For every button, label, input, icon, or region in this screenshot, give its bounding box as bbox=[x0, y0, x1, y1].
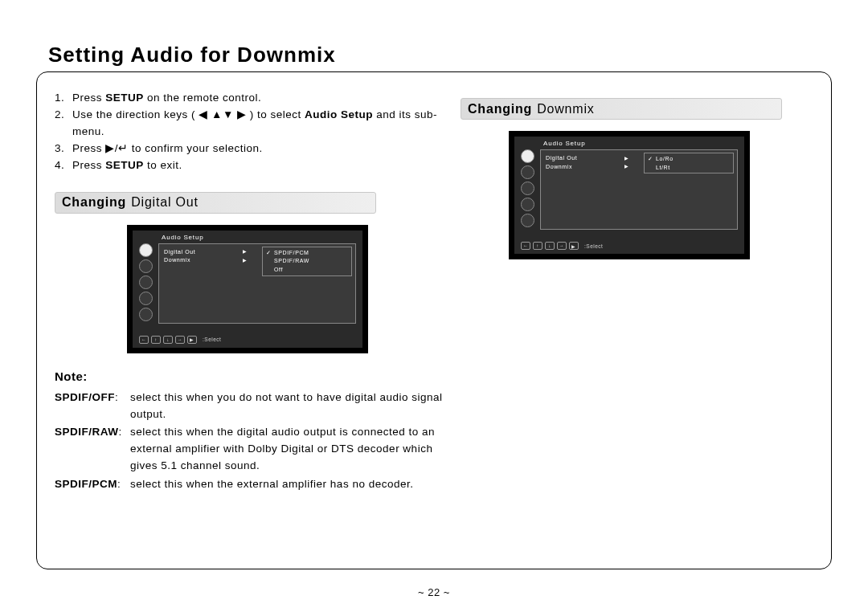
note-definition: select this when the external amplifier … bbox=[130, 476, 448, 493]
nav-arrow-icon: ↓ bbox=[545, 242, 555, 250]
step-text: Press ▶/↵ to confirm your selection. bbox=[72, 141, 448, 157]
step-number: 4. bbox=[55, 157, 72, 174]
osd-panel: Digital Out▶Downmix▶ ✓SPDIF/PCMSPDIF/RAW… bbox=[158, 243, 356, 324]
osd-option: ✓SPDIF/PCM bbox=[266, 249, 348, 258]
nav-arrow-icon: ↓ bbox=[163, 336, 173, 344]
osd-category-icon bbox=[521, 165, 534, 179]
osd-sidebar-icons bbox=[139, 243, 155, 324]
note-term: SPDIF/OFF bbox=[55, 390, 130, 423]
osd-menu-title: Audio Setup bbox=[543, 140, 585, 147]
nav-arrow-icon: → bbox=[175, 336, 185, 344]
osd-footer-label: :Select bbox=[203, 337, 221, 342]
osd-menu-title: Audio Setup bbox=[162, 234, 203, 241]
osd-screenshot-digital-out: Audio Setup Digital Out▶Downmix▶ ✓SPDIF/… bbox=[127, 225, 368, 353]
osd-footer: ←↑↓→▶:Select bbox=[521, 242, 603, 250]
note-body: SPDIF/OFFselect this when you do not wan… bbox=[55, 390, 448, 494]
step-number: 3. bbox=[55, 141, 72, 157]
step-number: 2. bbox=[55, 107, 72, 141]
note-term: SPDIF/PCM bbox=[55, 476, 130, 493]
step-row: 3.Press ▶/↵ to confirm your selection. bbox=[55, 141, 448, 157]
note-row: SPDIF/OFFselect this when you do not wan… bbox=[55, 390, 448, 423]
note-heading: Note: bbox=[55, 369, 448, 383]
right-column: Changing Downmix Audio Setup Digital Out… bbox=[461, 90, 822, 275]
play-icon: ▶ bbox=[187, 336, 197, 344]
instruction-steps: 1.Press SETUP on the remote control.2.Us… bbox=[55, 90, 448, 174]
nav-arrow-icon: → bbox=[557, 242, 567, 250]
section-rest: Downmix bbox=[537, 102, 594, 116]
osd-sidebar-icons bbox=[521, 149, 537, 230]
step-row: 2.Use the direction keys ( ◀ ▲▼ ▶ ) to s… bbox=[55, 107, 448, 141]
osd-option: SPDIF/RAW bbox=[266, 257, 348, 266]
osd-screenshot-downmix: Audio Setup Digital Out▶Downmix▶ ✓Lo/RoL… bbox=[509, 131, 750, 259]
osd-option: ✓Lo/Ro bbox=[648, 155, 730, 164]
note-term: SPDIF/RAW bbox=[55, 424, 130, 475]
osd-submenu: ✓SPDIF/PCMSPDIF/RAWOff bbox=[262, 247, 352, 277]
note-row: SPDIF/PCMselect this when the external a… bbox=[55, 476, 448, 493]
nav-arrow-icon: ← bbox=[139, 336, 149, 344]
note-definition: select this when the digital audio outpu… bbox=[130, 424, 448, 475]
note-row: SPDIF/RAWselect this when the digital au… bbox=[55, 424, 448, 475]
step-text: Press SETUP on the remote control. bbox=[72, 90, 448, 107]
note-definition: select this when you do not want to have… bbox=[130, 390, 448, 423]
osd-category-icon bbox=[521, 149, 534, 163]
step-text: Use the direction keys ( ◀ ▲▼ ▶ ) to sel… bbox=[72, 107, 448, 141]
osd-submenu: ✓Lo/RoLt/Rt bbox=[644, 153, 734, 173]
section-heading-downmix: Changing Downmix bbox=[461, 98, 782, 120]
osd-option: Off bbox=[266, 266, 348, 275]
osd-panel: Digital Out▶Downmix▶ ✓Lo/RoLt/Rt bbox=[540, 149, 738, 230]
step-row: 1.Press SETUP on the remote control. bbox=[55, 90, 448, 107]
osd-menu-item: Digital Out▶ bbox=[164, 248, 251, 257]
section-rest: Digital Out bbox=[131, 195, 199, 210]
osd-menu-item: Downmix▶ bbox=[164, 256, 251, 265]
section-heading-digital-out: Changing Digital Out bbox=[55, 192, 376, 214]
left-column: 1.Press SETUP on the remote control.2.Us… bbox=[55, 90, 448, 495]
osd-category-icon bbox=[139, 308, 153, 321]
section-bold: Changing bbox=[468, 102, 532, 116]
osd-category-icon bbox=[139, 259, 153, 273]
osd-category-icon bbox=[521, 214, 534, 227]
step-number: 1. bbox=[55, 90, 72, 107]
osd-menu-items: Digital Out▶Downmix▶ bbox=[159, 244, 256, 269]
osd-category-icon bbox=[521, 182, 534, 195]
nav-arrow-icon: ↑ bbox=[533, 242, 542, 250]
page-number: ~ 22 ~ bbox=[0, 586, 868, 598]
osd-category-icon bbox=[139, 243, 153, 257]
osd-inner: Audio Setup Digital Out▶Downmix▶ ✓Lo/RoL… bbox=[514, 137, 744, 254]
osd-menu-items: Digital Out▶Downmix▶ bbox=[541, 150, 637, 175]
nav-arrow-icon: ↑ bbox=[151, 336, 161, 344]
osd-category-icon bbox=[521, 198, 534, 211]
osd-category-icon bbox=[139, 275, 153, 289]
osd-category-icon bbox=[139, 292, 153, 305]
step-row: 4.Press SETUP to exit. bbox=[55, 157, 448, 174]
osd-footer-label: :Select bbox=[584, 243, 603, 249]
section-bold: Changing bbox=[62, 195, 126, 210]
play-icon: ▶ bbox=[569, 242, 579, 250]
osd-footer: ←↑↓→▶:Select bbox=[139, 336, 221, 344]
osd-menu-item: Digital Out▶ bbox=[546, 154, 633, 163]
step-text: Press SETUP to exit. bbox=[72, 157, 448, 174]
osd-menu-item: Downmix▶ bbox=[546, 163, 633, 172]
osd-option: Lt/Rt bbox=[648, 164, 730, 173]
page-title: Setting Audio for Downmix bbox=[48, 43, 336, 67]
nav-arrow-icon: ← bbox=[521, 242, 530, 250]
osd-inner: Audio Setup Digital Out▶Downmix▶ ✓SPDIF/… bbox=[133, 231, 362, 348]
